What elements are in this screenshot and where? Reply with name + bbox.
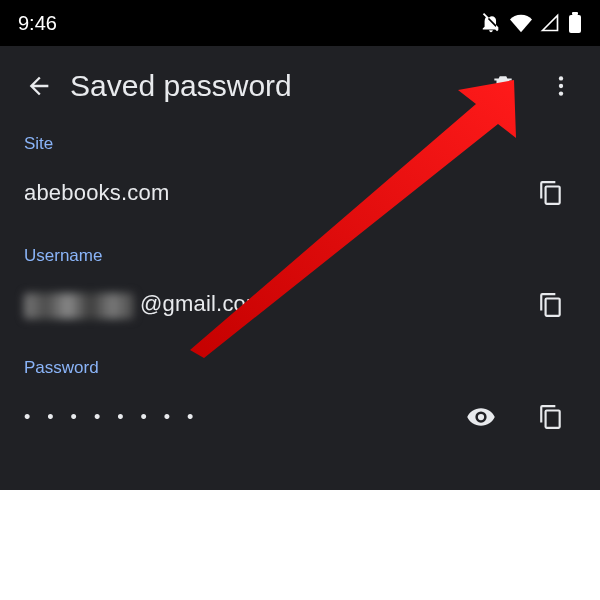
wifi-icon [510,12,532,34]
copy-username-button[interactable] [526,280,576,330]
status-icons [480,12,582,34]
password-label: Password [24,358,576,378]
copy-icon [538,404,564,430]
field-password: Password • • • • • • • • [24,358,576,442]
phone-shell: 9:46 Save [0,0,600,490]
screenshot-frame: 9:46 Save [0,0,600,490]
site-label: Site [24,134,576,154]
username-suffix: @gmail.com [140,291,265,316]
username-value: @gmail.com [24,291,265,318]
battery-icon [568,12,582,34]
app-bar: Saved password [0,46,600,126]
app-screen: Saved password Site abebooks.com [0,46,600,490]
trash-icon [490,73,516,99]
arrow-back-icon [25,72,53,100]
copy-site-button[interactable] [526,168,576,218]
dnd-off-icon [480,12,502,34]
status-time: 9:46 [18,12,57,35]
status-bar: 9:46 [0,0,600,46]
username-label: Username [24,246,576,266]
password-value-masked: • • • • • • • • [24,407,199,428]
site-value: abebooks.com [24,180,170,206]
copy-password-button[interactable] [526,392,576,442]
copy-icon [538,180,564,206]
redacted-username-prefix [24,293,134,319]
signal-icon [540,13,560,33]
more-vert-icon [548,73,574,99]
more-button[interactable] [536,61,586,111]
page-title: Saved password [64,69,478,103]
appbar-actions [478,61,586,111]
content-area: Site abebooks.com Username [0,126,600,442]
svg-point-3 [559,84,563,88]
show-password-button[interactable] [456,392,506,442]
back-button[interactable] [14,61,64,111]
svg-point-4 [559,91,563,95]
eye-icon [466,402,496,432]
svg-rect-1 [572,12,578,15]
copy-icon [538,292,564,318]
field-site: Site abebooks.com [24,134,576,218]
delete-button[interactable] [478,61,528,111]
svg-rect-0 [569,15,581,33]
svg-point-2 [559,76,563,80]
field-username: Username @gmail.com [24,246,576,330]
